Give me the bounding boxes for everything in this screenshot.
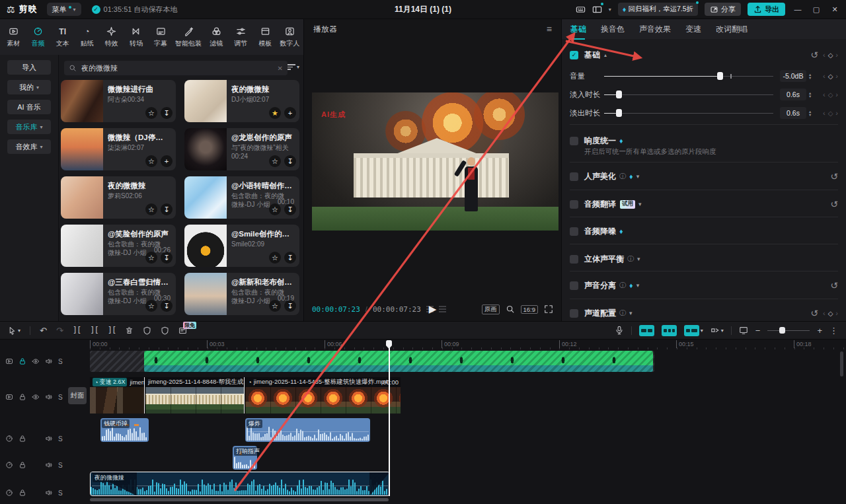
- solo-button[interactable]: S: [58, 394, 63, 401]
- clear-search-icon[interactable]: ✕: [278, 65, 283, 72]
- minimize-button[interactable]: —: [792, 5, 804, 13]
- preview-axis-button[interactable]: [739, 326, 748, 335]
- music-card[interactable]: @新新和老布创作的原声包含歌曲：夜的微微辣-DJ 小烟00:19☆↧: [184, 273, 299, 315]
- player-menu-icon[interactable]: ≡: [547, 24, 552, 34]
- tab-audio[interactable]: 音频: [28, 26, 48, 48]
- fade-out-stepper[interactable]: ▴▾: [809, 110, 811, 116]
- download-icon[interactable]: ↧: [161, 107, 173, 119]
- channel-config-checkbox[interactable]: [570, 309, 578, 318]
- chevron-down-icon[interactable]: ▾: [629, 310, 633, 316]
- timeline-zoom-out[interactable]: −: [755, 326, 761, 336]
- split-button[interactable]: ][: [73, 326, 81, 335]
- lock-icon[interactable]: [19, 461, 26, 469]
- tab-lyrics-rewrite[interactable]: 改词翻唱: [716, 24, 748, 35]
- tab-effects[interactable]: 特效: [102, 26, 122, 48]
- collapse-icon[interactable]: ▴: [604, 52, 607, 58]
- tab-digital-human[interactable]: 数字人: [280, 26, 299, 48]
- fade-in-value[interactable]: 0.6s: [780, 89, 806, 100]
- promo-banner[interactable]: ♦ 回归福利，幸运7.5折: [618, 3, 698, 16]
- tab-text[interactable]: TI文本: [53, 26, 73, 48]
- basic-section-checkbox[interactable]: ✓: [570, 51, 578, 59]
- volume-stepper[interactable]: ▴▾: [809, 73, 811, 79]
- reset-icon[interactable]: ↺: [830, 199, 838, 209]
- filter-button[interactable]: ▾: [288, 63, 299, 71]
- chevron-down-icon[interactable]: ▾: [637, 256, 640, 262]
- chevron-down-icon[interactable]: ▾: [636, 173, 640, 180]
- keyframe-controls[interactable]: ‹◇›: [823, 309, 838, 317]
- tab-sound-effects[interactable]: 声音效果: [639, 24, 671, 35]
- chevron-down-icon[interactable]: ▾: [636, 282, 640, 289]
- sidebar-item-import[interactable]: 导入: [7, 60, 51, 75]
- preview-zoom-icon[interactable]: [506, 305, 515, 314]
- audio-clip-coin[interactable]: 钱硬币掉: [100, 418, 149, 442]
- eye-icon[interactable]: [32, 357, 40, 365]
- aspect-ratio-badge[interactable]: 16:9: [521, 305, 539, 314]
- favorite-filled-icon[interactable]: ★: [269, 107, 281, 119]
- volume-slider[interactable]: [604, 71, 773, 81]
- music-card[interactable]: 微微辣（DJ停顿感）柒柒淋02:07☆+: [61, 128, 176, 170]
- fade-out-slider[interactable]: [604, 108, 773, 118]
- music-card[interactable]: @小语转晴创作的原声包含歌曲：夜的微微辣-DJ 小烟00:10☆↧: [184, 176, 299, 219]
- horizontal-scrollbar[interactable]: [90, 498, 389, 501]
- sidebar-item-mine[interactable]: 我的▾: [7, 80, 51, 94]
- favorite-icon[interactable]: ☆: [269, 252, 281, 264]
- video-clip-3[interactable]: ◔jimeng-2025-11-14-5435-整栋建筑快速爆炸.mp400:0…: [245, 377, 401, 414]
- chevron-down-icon[interactable]: ▾: [609, 7, 611, 13]
- delete-button[interactable]: [125, 326, 134, 335]
- caption-recognize-button[interactable]: 限免: [178, 326, 187, 335]
- quality-badge[interactable]: 原画: [482, 305, 500, 314]
- more-options-icon[interactable]: ⋮: [829, 326, 838, 336]
- denoise-checkbox[interactable]: [570, 227, 578, 236]
- audio-translate-checkbox[interactable]: [570, 200, 578, 209]
- fullscreen-icon[interactable]: [544, 305, 553, 314]
- music-card[interactable]: @三春白雪归情家创作的原声包含歌曲：夜的微微辣-DJ 小烟00:30☆↧: [61, 273, 176, 315]
- favorite-icon[interactable]: ☆: [269, 203, 281, 215]
- eye-icon[interactable]: [32, 393, 40, 401]
- keyframe-controls[interactable]: ‹◇›: [823, 72, 838, 80]
- timeline-zoom-slider[interactable]: [767, 327, 810, 334]
- chevron-down-icon[interactable]: ▾: [638, 201, 642, 207]
- undo-button[interactable]: ↶: [40, 326, 47, 336]
- export-button[interactable]: 导出: [748, 3, 785, 16]
- keyframe-controls[interactable]: ‹◇›: [823, 51, 838, 59]
- tab-adjust[interactable]: 调节: [231, 26, 250, 48]
- fade-in-stepper[interactable]: ▴▾: [809, 91, 811, 98]
- layout-switch-icon[interactable]: [592, 3, 602, 15]
- tab-captions[interactable]: 字幕: [151, 26, 171, 48]
- record-voiceover-button[interactable]: [615, 326, 624, 335]
- playhead[interactable]: [386, 340, 392, 496]
- music-card[interactable]: 夜的微微辣萝莉S02:06☆↧: [61, 176, 176, 219]
- add-to-track-icon[interactable]: +: [161, 155, 173, 167]
- music-card[interactable]: @Smile创作的原声Smile02:09☆↧: [184, 225, 299, 267]
- music-card[interactable]: @笑脸创作的原声包含歌曲：夜的微微辣-DJ 小烟00:26☆↧: [61, 225, 176, 267]
- search-input[interactable]: [80, 63, 274, 73]
- tab-smart-package[interactable]: 智能包装: [175, 26, 202, 48]
- lock-icon[interactable]: [19, 357, 26, 365]
- keyframe-controls[interactable]: ‹◇›: [823, 109, 838, 117]
- select-tool[interactable]: ▾: [8, 326, 20, 335]
- volume-value[interactable]: -5.0dB: [780, 70, 806, 82]
- music-card[interactable]: 微微辣进行曲阿古朵00:34☆↧: [61, 80, 176, 122]
- speaker-icon[interactable]: [45, 435, 53, 443]
- favorite-icon[interactable]: ☆: [145, 300, 157, 312]
- speaker-icon[interactable]: [45, 489, 53, 497]
- music-card[interactable]: @龙崽创作的原声与“夜的微微辣”相关00:24☆↧: [184, 128, 299, 170]
- fade-out-value[interactable]: 0.6s: [780, 107, 806, 119]
- lock-icon[interactable]: [19, 435, 26, 443]
- speaker-icon[interactable]: [45, 461, 53, 469]
- maximize-button[interactable]: ▢: [810, 5, 822, 14]
- tab-basic[interactable]: 基础: [570, 24, 586, 35]
- favorite-icon[interactable]: ☆: [269, 155, 281, 167]
- reset-icon[interactable]: ↺: [810, 308, 818, 318]
- speaker-icon[interactable]: [45, 393, 53, 401]
- favorite-icon[interactable]: ☆: [145, 203, 157, 215]
- auto-snap-toggle[interactable]: [662, 325, 677, 336]
- reset-icon[interactable]: ↺: [810, 50, 818, 60]
- music-clip-selected[interactable]: 夜的微微辣: [90, 472, 390, 496]
- download-icon[interactable]: ↧: [161, 203, 173, 215]
- split-keep-left-button[interactable]: ][: [90, 326, 98, 335]
- favorite-icon[interactable]: ☆: [145, 107, 157, 119]
- audio-clip-snap[interactable]: 打响指声: [233, 446, 257, 470]
- speaker-icon[interactable]: [45, 357, 53, 365]
- lock-icon[interactable]: [19, 393, 26, 401]
